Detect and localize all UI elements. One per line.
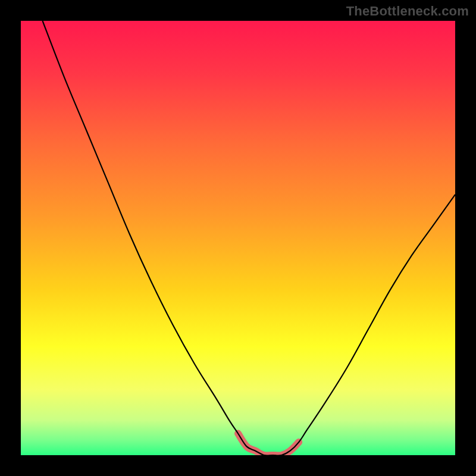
bottleneck-curve <box>43 21 456 455</box>
plot-area <box>21 21 455 455</box>
curve-layer <box>21 21 455 455</box>
watermark-label: TheBottleneck.com <box>346 4 469 19</box>
chart-frame: TheBottleneck.com <box>0 0 476 476</box>
